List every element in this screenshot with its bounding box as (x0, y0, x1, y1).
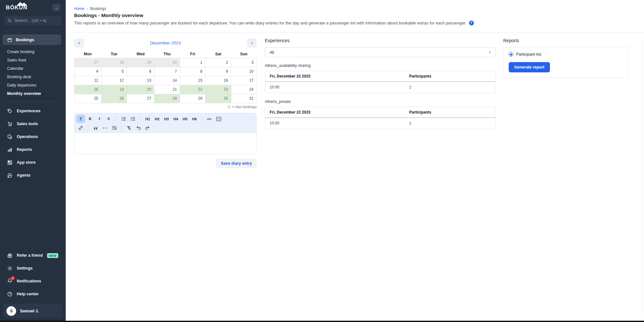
calendar-day-cell[interactable]: 30 (154, 58, 180, 67)
calendar-day-cell[interactable]: 11 (74, 76, 101, 85)
user-name: Samuel J. (20, 309, 39, 313)
inline-code-button[interactable]: <> (205, 115, 214, 123)
departure-row[interactable]: 10:00 1 (265, 118, 495, 129)
search-input[interactable] (14, 18, 58, 23)
redo-button[interactable] (143, 124, 152, 132)
sidebar: BÓKUN → Bookings Create booking Sales fe… (0, 0, 66, 321)
departure-row[interactable]: 10:00 1 (265, 82, 495, 93)
heading4-button[interactable]: H4 (171, 115, 180, 123)
sidebar-item-sales-feed[interactable]: Sales feed (0, 56, 66, 64)
sidebar-item-daily-departures[interactable]: Daily departures (0, 81, 66, 89)
calendar-day-cell[interactable]: 25 (74, 94, 101, 103)
calendar-day-headers: MonTueWedThuFriSatSun (74, 50, 257, 58)
bold-button[interactable]: B (86, 115, 94, 123)
sidebar-item-settings[interactable]: Settings (0, 262, 66, 275)
calendar-day-cell[interactable]: 17 (231, 76, 256, 85)
calendar-day-cell[interactable]: 31 (231, 94, 256, 103)
calendar-next-button[interactable]: › (247, 38, 257, 48)
sidebar-collapse-button[interactable]: → (52, 4, 61, 11)
paragraph-button[interactable]: ¶ (76, 115, 85, 123)
calendar-day-cell[interactable]: 14 (154, 76, 180, 85)
calendar-day-cell[interactable]: 3 (231, 58, 256, 67)
calendar-day-cell[interactable]: 30 (206, 94, 231, 103)
calendar-prev-button[interactable]: ‹ (74, 38, 84, 48)
calendar-day-cell[interactable]: 10 (231, 67, 256, 76)
radio-label: Participant list (516, 52, 541, 57)
calendar-day-cell[interactable]: 15 (180, 76, 205, 85)
bokun-logo[interactable]: BÓKUN (6, 5, 27, 11)
calendar-day-cell[interactable]: 9 (206, 67, 231, 76)
heading3-button[interactable]: H3 (162, 115, 171, 123)
ordered-list-button[interactable]: 1 2 3 (129, 115, 137, 123)
calendar-day-cell[interactable]: 1 (180, 58, 205, 67)
sidebar-item-booking-desk[interactable]: Booking desk (0, 73, 66, 81)
calendar-day-cell[interactable]: 28 (154, 94, 180, 103)
calendar-day-cell[interactable]: 4 (74, 67, 101, 76)
calendar-day-cell[interactable]: 21 (154, 85, 180, 94)
calendar-month-label[interactable]: December 2023 (150, 41, 181, 45)
calendar-day-cell[interactable]: 6 (127, 67, 154, 76)
divider (4, 30, 62, 31)
strikethrough-button[interactable]: S (104, 115, 113, 123)
heading2-button[interactable]: H2 (153, 115, 161, 123)
sidebar-item-notifications[interactable]: 3 Notifications (0, 275, 66, 288)
calendar-day-cell[interactable]: 22 (180, 85, 205, 94)
breadcrumb-home-link[interactable]: Home (74, 6, 84, 11)
calendar-day-cell[interactable]: 28 (101, 58, 127, 67)
sidebar-item-app-store[interactable]: App store (0, 156, 66, 169)
sidebar-item-reports[interactable]: Reports (0, 143, 66, 156)
help-icon[interactable]: ? (469, 21, 474, 25)
diary-entry-textarea[interactable] (74, 133, 256, 154)
sidebar-item-help-center[interactable]: Help center (0, 288, 66, 300)
search-box[interactable] (4, 16, 62, 25)
heading5-button[interactable]: H5 (181, 115, 189, 123)
calendar-day-cell[interactable]: 29 (127, 58, 154, 67)
calendar-day-cell[interactable]: 12 (101, 76, 127, 85)
toolbar-separator (202, 116, 202, 122)
save-diary-entry-button[interactable]: Save diary entry (216, 159, 257, 168)
calendar-day-cell[interactable]: 18 (74, 85, 101, 94)
blockquote-button[interactable] (91, 124, 100, 132)
sidebar-item-agents[interactable]: Agents (0, 169, 66, 182)
calendar-day-cell[interactable]: 8 (180, 67, 205, 76)
calendar-day-cell[interactable]: 29 (180, 94, 205, 103)
calendar-day-cell[interactable]: 24 (231, 85, 256, 94)
horizontal-rule-button[interactable] (101, 124, 109, 132)
sidebar-item-create-booking[interactable]: Create booking (0, 48, 66, 56)
sidebar-item-sales-tools[interactable]: Sales tools (0, 117, 66, 130)
calendar-day-cell[interactable]: 20 (127, 85, 154, 94)
calendar-day-cell[interactable]: 19 (101, 85, 127, 94)
heading6-button[interactable]: H6 (190, 115, 199, 123)
scrollbar-track[interactable] (642, 32, 642, 321)
link-button[interactable] (76, 124, 85, 132)
calendar-day-cell[interactable]: 27 (74, 58, 101, 67)
calendar-day-cell[interactable]: 5 (101, 67, 127, 76)
sidebar-item-refer-a-friend[interactable]: Refer a friend NEW (0, 249, 66, 262)
sidebar-item-operations[interactable]: Operations (0, 130, 66, 143)
user-menu[interactable]: S Samuel J. (3, 304, 62, 318)
undo-button[interactable] (134, 124, 143, 132)
italic-button[interactable]: I (95, 115, 104, 123)
sidebar-item-experiences[interactable]: Experiences (0, 105, 66, 117)
clear-format-button[interactable] (125, 124, 133, 132)
sidebar-item-monthly-overview[interactable]: Monthly overview (0, 89, 66, 98)
radio-selected-icon[interactable] (509, 52, 513, 57)
generate-report-button[interactable]: Generate report (509, 62, 550, 72)
calendar-day-cell[interactable]: 26 (101, 94, 127, 103)
calendar-icon (7, 37, 12, 42)
calendar-day-cell[interactable]: 16 (206, 76, 231, 85)
sidebar-item-calendar[interactable]: Calendar (0, 64, 66, 73)
hard-break-button[interactable] (110, 124, 119, 132)
experience-filter-select[interactable]: All ▾ (265, 47, 495, 57)
code-block-button[interactable] (214, 115, 223, 123)
calendar-day-cell[interactable]: 7 (154, 67, 180, 76)
calendar-day-cell[interactable]: 23 (206, 85, 231, 94)
calendar-day-cell[interactable]: 27 (127, 94, 154, 103)
bullet-list-button[interactable] (119, 115, 128, 123)
calendar-day-cell[interactable]: 13 (127, 76, 154, 85)
date-header: Fri, December 22 2023 (270, 110, 409, 115)
sidebar-item-bookings[interactable]: Bookings (3, 34, 61, 45)
heading1-button[interactable]: H1 (143, 115, 152, 123)
calendar-day-cell[interactable]: 2 (206, 58, 231, 67)
participant-list-radio-row[interactable]: Participant list (509, 52, 623, 57)
